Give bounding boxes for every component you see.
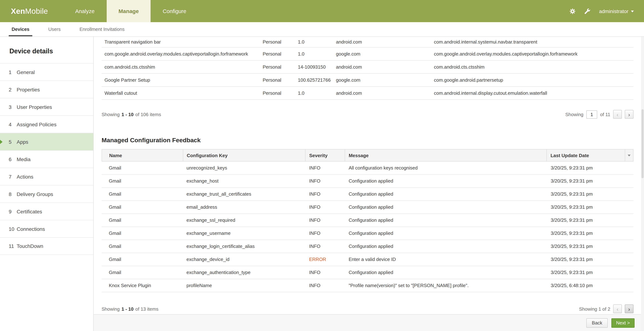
feedback-name: Knox Service Plugin bbox=[102, 283, 183, 288]
xenmobile-console: XenMobile AnalyzeManageConfigure bbox=[0, 0, 644, 331]
user-menu[interactable]: administrator bbox=[599, 8, 634, 14]
feedback-table-row[interactable]: Gmailexchange_usernameINFOConfiguration … bbox=[102, 227, 634, 240]
sidebar-item-number: 1 bbox=[9, 69, 15, 75]
feedback-date: 3/20/25, 9:23:31 pm bbox=[547, 178, 626, 184]
app-logo: XenMobile bbox=[11, 0, 48, 22]
chevron-right-icon: › bbox=[628, 306, 630, 312]
scrollbar-track[interactable] bbox=[641, 37, 644, 331]
feedback-name: Gmail bbox=[102, 230, 183, 236]
feedback-config-key: email_address bbox=[183, 204, 306, 210]
sidebar-item-actions[interactable]: 7Actions bbox=[0, 168, 93, 185]
main-content: Transparent navigation barPersonal1.0and… bbox=[94, 37, 644, 331]
sidebar-item-media[interactable]: 6Media bbox=[0, 150, 93, 168]
subnav-tab-devices[interactable]: Devices bbox=[2, 22, 39, 36]
next-page-button[interactable]: › bbox=[625, 110, 634, 119]
column-header-name[interactable]: Name bbox=[102, 150, 183, 161]
feedback-pagination-summary: Showing 1 - 10 of 13 items bbox=[102, 306, 158, 312]
feedback-table-row[interactable]: Gmailunrecognized_keysINFOAll configurat… bbox=[102, 162, 634, 174]
feedback-table-row[interactable]: Gmailexchange_device_idERROREnter a vali… bbox=[102, 253, 634, 266]
sidebar-item-user-properties[interactable]: 3User Properties bbox=[0, 98, 93, 116]
feedback-table: NameConfiguration KeySeverityMessageLast… bbox=[102, 149, 634, 292]
app-table-row[interactable]: com.google.android.overlay.modules.capti… bbox=[102, 48, 634, 60]
feedback-table-row[interactable]: Gmailexchange_ssl_requiredINFOConfigurat… bbox=[102, 214, 634, 227]
feedback-table-row[interactable]: Gmailexchange_authentication_typeINFOCon… bbox=[102, 266, 634, 279]
app-cell: Personal bbox=[263, 90, 298, 96]
chevron-down-icon bbox=[631, 10, 634, 12]
feedback-table-row[interactable]: Gmailexchange_hostINFOConfiguration appl… bbox=[102, 174, 634, 188]
app-table-row[interactable]: com.android.cts.ctsshimPersonal14-100931… bbox=[102, 60, 634, 74]
showing-range: 1 - 10 bbox=[122, 112, 134, 117]
prev-page-button[interactable]: ‹ bbox=[613, 304, 622, 313]
pages-total: of 11 bbox=[600, 112, 610, 117]
sidebar-item-label: Delivery Groups bbox=[17, 191, 53, 197]
column-header-configuration-key[interactable]: Configuration Key bbox=[183, 150, 306, 161]
column-header-last-update-date[interactable]: Last Update Date bbox=[547, 150, 625, 161]
chevron-down-icon bbox=[628, 154, 630, 156]
sidebar-item-number: 8 bbox=[9, 191, 15, 197]
sidebar-item-apps[interactable]: 5Apps bbox=[0, 133, 93, 150]
sidebar-item-label: General bbox=[17, 69, 35, 75]
app-cell: com.google.android.overlay.modules.capti… bbox=[102, 51, 263, 56]
primary-nav: AnalyzeManageConfigure bbox=[63, 0, 198, 22]
feedback-message: Enter a valid device ID bbox=[345, 256, 547, 262]
app-cell: 14-10093150 bbox=[298, 64, 336, 70]
feedback-table-body: Gmailunrecognized_keysINFOAll configurat… bbox=[102, 162, 634, 292]
feedback-message: Configuration applied bbox=[345, 270, 547, 275]
top-bar: XenMobile AnalyzeManageConfigure bbox=[0, 0, 644, 22]
feedback-table-header: NameConfiguration KeySeverityMessageLast… bbox=[102, 149, 634, 162]
app-cell: com.android.cts.ctsshim bbox=[102, 64, 263, 70]
feedback-table-row[interactable]: Knox Service PluginprofileNameINFO"Profi… bbox=[102, 279, 634, 292]
sidebar-item-assigned-policies[interactable]: 4Assigned Policies bbox=[0, 116, 93, 133]
sidebar-item-certificates[interactable]: 9Certificates bbox=[0, 202, 93, 220]
app-table-row[interactable]: Waterfall cutoutPersonal1.0android.comco… bbox=[102, 87, 634, 100]
feedback-severity: INFO bbox=[306, 270, 345, 275]
feedback-table-row[interactable]: Gmailexchange_trust_all_certificatesINFO… bbox=[102, 188, 634, 201]
feedback-table-row[interactable]: Gmailemail_addressINFOConfiguration appl… bbox=[102, 201, 634, 214]
sidebar-item-delivery-groups[interactable]: 8Delivery Groups bbox=[0, 185, 93, 202]
prev-page-button[interactable]: ‹ bbox=[613, 110, 622, 119]
feedback-date: 3/20/25, 6:48:10 pm bbox=[547, 283, 626, 288]
app-cell: Transparent navigation bar bbox=[102, 39, 263, 45]
sidebar-item-touchdown[interactable]: 11TouchDown bbox=[0, 237, 93, 255]
sidebar-item-label: TouchDown bbox=[17, 243, 43, 249]
subnav-tab-users[interactable]: Users bbox=[39, 22, 70, 36]
scrollbar-thumb[interactable] bbox=[642, 109, 644, 178]
column-header-message[interactable]: Message bbox=[345, 150, 547, 161]
sidebar-item-general[interactable]: 1General bbox=[0, 63, 93, 80]
nav-tab-manage[interactable]: Manage bbox=[106, 0, 151, 22]
feedback-message: Configuration applied bbox=[345, 191, 547, 197]
feedback-config-key: exchange_username bbox=[183, 230, 306, 236]
page-number-input[interactable] bbox=[586, 110, 597, 118]
chevron-right-icon: › bbox=[628, 111, 630, 118]
feedback-table-row[interactable]: Gmailexchange_login_certificate_aliasINF… bbox=[102, 240, 634, 253]
sidebar-item-number: 6 bbox=[9, 156, 15, 162]
brand-name-bold: Xen bbox=[11, 7, 25, 16]
feedback-config-key: profileName bbox=[183, 283, 306, 288]
sidebar-item-connections[interactable]: 10Connections bbox=[0, 220, 93, 237]
feedback-name: Gmail bbox=[102, 244, 183, 249]
showing-label: Showing bbox=[102, 112, 120, 117]
column-menu-button[interactable] bbox=[625, 150, 633, 161]
settings-gear-icon[interactable] bbox=[568, 6, 577, 16]
app-cell: 100.625721766 bbox=[298, 77, 336, 83]
back-button[interactable]: Back bbox=[586, 318, 608, 328]
nav-tab-configure[interactable]: Configure bbox=[151, 0, 198, 22]
feedback-name: Gmail bbox=[102, 218, 183, 223]
showing-total: of 106 items bbox=[135, 112, 161, 117]
app-table-row[interactable]: Transparent navigation barPersonal1.0and… bbox=[102, 37, 634, 48]
sidebar-list: 1General2Properties3User Properties4Assi… bbox=[0, 63, 93, 255]
subnav-tab-enrollment-invitations[interactable]: Enrollment Invitations bbox=[70, 22, 134, 36]
app-table-row[interactable]: Google Partner SetupPersonal100.62572176… bbox=[102, 74, 634, 87]
app-cell: com.android.internal.display.cutout.emul… bbox=[434, 90, 634, 96]
sidebar-item-number: 9 bbox=[9, 208, 15, 214]
column-header-severity[interactable]: Severity bbox=[306, 150, 345, 161]
next-page-button[interactable]: › bbox=[625, 304, 634, 313]
feedback-date: 3/20/25, 9:23:31 pm bbox=[547, 230, 626, 236]
page-label: Showing bbox=[565, 112, 584, 117]
tools-wrench-icon[interactable] bbox=[582, 6, 592, 16]
feedback-name: Gmail bbox=[102, 204, 183, 210]
next-button[interactable]: Next > bbox=[611, 318, 634, 328]
page-title: Device details bbox=[0, 37, 93, 55]
nav-tab-analyze[interactable]: Analyze bbox=[63, 0, 106, 22]
sidebar-item-properties[interactable]: 2Properties bbox=[0, 80, 93, 98]
